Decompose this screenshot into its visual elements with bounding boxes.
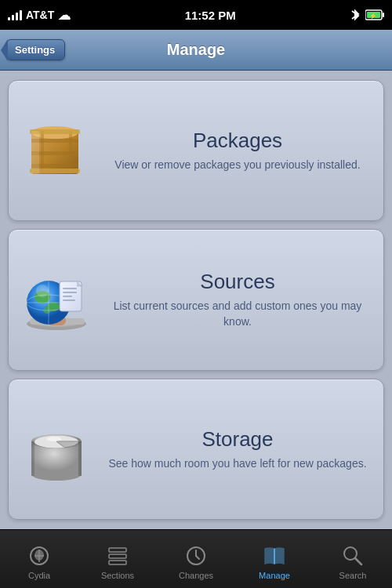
storage-text: Storage See how much room you have left … bbox=[104, 427, 371, 472]
sources-subtitle: List current sources and add custom ones… bbox=[104, 299, 371, 329]
svg-rect-29 bbox=[63, 299, 75, 301]
battery-icon: ⚡ bbox=[365, 9, 384, 20]
tab-changes[interactable]: Changes bbox=[157, 530, 235, 588]
packages-subtitle: View or remove packages you previously i… bbox=[104, 158, 371, 173]
svg-rect-10 bbox=[69, 131, 72, 174]
changes-icon bbox=[184, 544, 208, 568]
tab-cydia-label: Cydia bbox=[28, 571, 50, 580]
svg-line-48 bbox=[355, 558, 361, 564]
packages-text: Packages View or remove packages you pre… bbox=[104, 129, 371, 173]
sources-icon bbox=[21, 264, 92, 335]
svg-point-37 bbox=[46, 437, 62, 441]
page-title: Manage bbox=[167, 41, 225, 59]
tab-search[interactable]: Search bbox=[314, 530, 392, 588]
signal-icon bbox=[8, 9, 22, 20]
tab-sections-label: Sections bbox=[101, 571, 134, 580]
status-right: ⚡ bbox=[350, 8, 384, 22]
svg-rect-43 bbox=[109, 548, 126, 552]
back-label: Settings bbox=[15, 44, 55, 56]
bluetooth-icon bbox=[350, 8, 361, 22]
svg-rect-9 bbox=[41, 131, 44, 174]
svg-point-24 bbox=[36, 285, 49, 297]
svg-rect-45 bbox=[109, 561, 126, 564]
packages-icon bbox=[21, 115, 92, 186]
svg-text:⚡: ⚡ bbox=[369, 12, 377, 20]
packages-title: Packages bbox=[104, 129, 371, 153]
svg-rect-13 bbox=[31, 131, 39, 174]
storage-title: Storage bbox=[104, 427, 371, 452]
sources-text: Sources List current sources and add cus… bbox=[104, 270, 371, 329]
tab-search-label: Search bbox=[339, 571, 367, 580]
sections-icon bbox=[106, 544, 129, 568]
storage-icon bbox=[21, 414, 92, 485]
svg-rect-28 bbox=[63, 296, 72, 297]
packages-card[interactable]: Packages View or remove packages you pre… bbox=[8, 80, 384, 221]
status-time: 11:52 PM bbox=[185, 9, 236, 22]
svg-rect-44 bbox=[109, 554, 126, 558]
search-icon bbox=[341, 544, 365, 568]
status-left: AT&T ☁ bbox=[8, 8, 71, 23]
storage-card[interactable]: Storage See how much room you have left … bbox=[8, 379, 384, 520]
tab-bar: Cydia Sections Changes bbox=[0, 529, 392, 588]
tab-manage[interactable]: Manage bbox=[235, 530, 314, 588]
manage-icon bbox=[263, 544, 286, 568]
svg-rect-38 bbox=[31, 441, 34, 476]
storage-subtitle: See how much room you have left for new … bbox=[104, 456, 371, 472]
tab-cydia[interactable]: Cydia bbox=[0, 530, 78, 588]
sources-card[interactable]: Sources List current sources and add cus… bbox=[8, 229, 384, 370]
svg-rect-39 bbox=[78, 441, 82, 476]
sync-icon: ☁ bbox=[58, 8, 71, 23]
nav-bar: Settings Manage bbox=[0, 30, 392, 71]
svg-rect-27 bbox=[63, 292, 77, 293]
status-bar: AT&T ☁ 11:52 PM ⚡ bbox=[0, 0, 392, 30]
back-button[interactable]: Settings bbox=[6, 39, 65, 60]
svg-rect-1 bbox=[383, 13, 384, 17]
tab-manage-label: Manage bbox=[259, 571, 290, 580]
carrier-label: AT&T bbox=[26, 9, 54, 21]
tab-sections[interactable]: Sections bbox=[78, 530, 157, 588]
main-content: Packages View or remove packages you pre… bbox=[0, 71, 392, 529]
cydia-icon bbox=[27, 544, 51, 568]
tab-changes-label: Changes bbox=[179, 571, 213, 580]
sources-title: Sources bbox=[104, 270, 371, 294]
svg-rect-26 bbox=[63, 288, 77, 289]
